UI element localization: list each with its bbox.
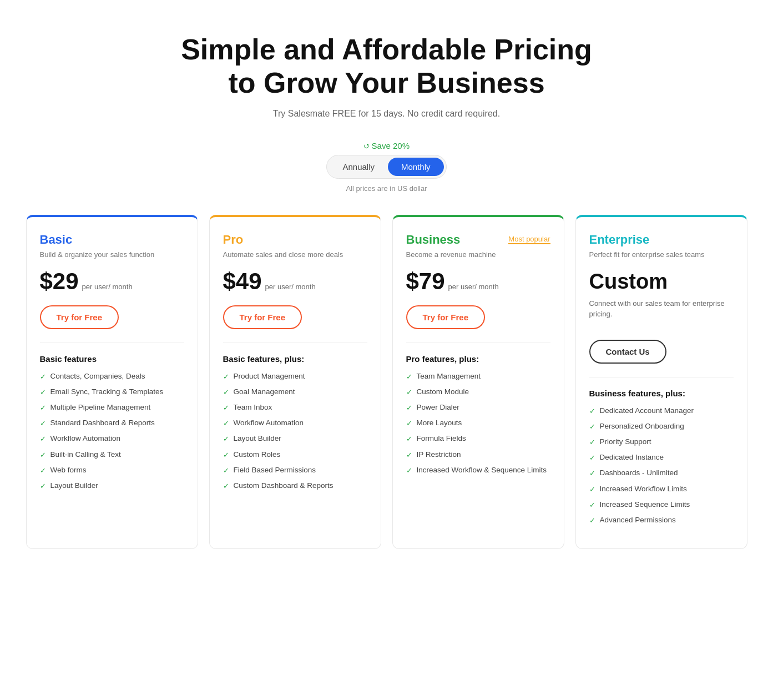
feature-item: ✓ Team Management <box>406 371 550 382</box>
feature-item: ✓ Advanced Permissions <box>589 515 734 526</box>
feature-item: ✓ Custom Module <box>406 387 550 397</box>
pricing-plans: Basic Build & organize your sales functi… <box>26 215 747 550</box>
plan-tagline: Become a revenue machine <box>406 250 550 259</box>
feature-item: ✓ More Layouts <box>406 418 550 429</box>
check-icon: ✓ <box>589 453 595 463</box>
cta-button-pro[interactable]: Try for Free <box>223 305 302 329</box>
billing-toggle[interactable]: Annually Monthly <box>326 155 446 179</box>
currency-note: All prices are in US dollar <box>22 184 751 193</box>
feature-list: ✓ Contacts, Companies, Deals ✓ Email Syn… <box>40 371 184 492</box>
feature-item: ✓ Workflow Automation <box>223 418 367 429</box>
feature-item: ✓ Layout Builder <box>40 481 184 491</box>
monthly-option[interactable]: Monthly <box>388 158 444 176</box>
check-icon: ✓ <box>40 450 46 460</box>
check-icon: ✓ <box>589 422 595 432</box>
feature-item: ✓ Field Based Permissions <box>223 465 367 476</box>
check-icon: ✓ <box>223 387 229 397</box>
plan-custom-desc: Connect with our sales team for enterpri… <box>589 298 734 320</box>
page-subtitle: Try Salesmate FREE for 15 days. No credi… <box>22 109 751 119</box>
feature-item: ✓ Power Dialer <box>406 402 550 413</box>
most-popular-badge: Most popular <box>508 235 550 244</box>
plan-price: $79 per user/ month <box>406 270 550 293</box>
feature-item: ✓ Custom Roles <box>223 450 367 460</box>
feature-item: ✓ Increased Sequence Limits <box>589 500 734 510</box>
check-icon: ✓ <box>40 434 46 444</box>
feature-list: ✓ Dedicated Account Manager ✓ Personaliz… <box>589 406 734 526</box>
plan-price: Custom <box>589 270 734 294</box>
feature-item: ✓ Formula Fields <box>406 434 550 444</box>
check-icon: ✓ <box>589 406 595 416</box>
plan-header-row: Business Most popular <box>406 233 550 250</box>
check-icon: ✓ <box>406 450 412 460</box>
feature-item: ✓ Dashboards - Unlimited <box>589 468 734 479</box>
feature-item: ✓ Team Inbox <box>223 402 367 413</box>
check-icon: ✓ <box>406 387 412 397</box>
plan-name: Enterprise <box>589 233 650 247</box>
feature-item: ✓ Standard Dashboard & Reports <box>40 418 184 429</box>
check-icon: ✓ <box>589 437 595 447</box>
plan-card-pro: Pro Automate sales and close more deals … <box>209 215 381 550</box>
check-icon: ✓ <box>589 485 595 495</box>
billing-toggle-section: Save 20% Annually Monthly All prices are… <box>22 141 751 193</box>
plan-tagline: Perfect fit for enterprise sales teams <box>589 250 734 259</box>
check-icon: ✓ <box>40 372 46 382</box>
check-icon: ✓ <box>40 403 46 413</box>
check-icon: ✓ <box>40 481 46 491</box>
feature-item: ✓ Email Sync, Tracking & Templates <box>40 387 184 397</box>
feature-item: ✓ Personalized Onboarding <box>589 421 734 432</box>
feature-item: ✓ Dedicated Instance <box>589 452 734 463</box>
feature-item: ✓ Increased Workflow & Sequence Limits <box>406 465 550 476</box>
features-title: Basic features, plus: <box>223 354 367 364</box>
check-icon: ✓ <box>223 450 229 460</box>
features-title: Basic features <box>40 354 184 364</box>
check-icon: ✓ <box>40 387 46 397</box>
plan-header-row: Enterprise <box>589 233 734 250</box>
feature-item: ✓ Dedicated Account Manager <box>589 406 734 416</box>
check-icon: ✓ <box>223 434 229 444</box>
plan-card-business: Business Most popular Become a revenue m… <box>392 215 564 550</box>
divider <box>223 343 367 343</box>
check-icon: ✓ <box>223 481 229 491</box>
check-icon: ✓ <box>406 466 412 476</box>
feature-item: ✓ Web forms <box>40 465 184 476</box>
check-icon: ✓ <box>223 372 229 382</box>
check-icon: ✓ <box>223 419 229 429</box>
features-title: Business features, plus: <box>589 389 734 398</box>
feature-item: ✓ IP Restriction <box>406 450 550 460</box>
check-icon: ✓ <box>223 403 229 413</box>
feature-item: ✓ Multiple Pipeline Management <box>40 402 184 413</box>
save-badge: Save 20% <box>363 141 410 150</box>
feature-item: ✓ Custom Dashboard & Reports <box>223 481 367 491</box>
feature-item: ✓ Workflow Automation <box>40 434 184 444</box>
plan-card-enterprise: Enterprise Perfect fit for enterprise sa… <box>575 215 747 550</box>
check-icon: ✓ <box>223 466 229 476</box>
feature-item: ✓ Increased Workflow Limits <box>589 484 734 495</box>
check-icon: ✓ <box>406 372 412 382</box>
page-header: Simple and Affordable Pricing to Grow Yo… <box>22 33 751 119</box>
feature-item: ✓ Product Management <box>223 371 367 382</box>
plan-tagline: Automate sales and close more deals <box>223 250 367 259</box>
check-icon: ✓ <box>589 516 595 526</box>
annually-option[interactable]: Annually <box>329 158 388 176</box>
check-icon: ✓ <box>40 419 46 429</box>
feature-item: ✓ Goal Management <box>223 387 367 397</box>
divider <box>40 343 184 343</box>
plan-header-row: Pro <box>223 233 367 250</box>
check-icon: ✓ <box>589 500 595 510</box>
features-title: Pro features, plus: <box>406 354 550 364</box>
plan-name: Business <box>406 233 461 247</box>
feature-item: ✓ Contacts, Companies, Deals <box>40 371 184 382</box>
plan-card-basic: Basic Build & organize your sales functi… <box>26 215 198 550</box>
cta-button-enterprise[interactable]: Contact Us <box>589 340 666 364</box>
cta-button-basic[interactable]: Try for Free <box>40 305 119 329</box>
plan-price: $49 per user/ month <box>223 270 367 293</box>
check-icon: ✓ <box>406 403 412 413</box>
feature-item: ✓ Layout Builder <box>223 434 367 444</box>
page-title: Simple and Affordable Pricing to Grow Yo… <box>22 33 751 100</box>
check-icon: ✓ <box>589 469 595 479</box>
feature-item: ✓ Priority Support <box>589 437 734 447</box>
plan-price: $29 per user/ month <box>40 270 184 293</box>
cta-button-business[interactable]: Try for Free <box>406 305 486 329</box>
plan-name: Pro <box>223 233 244 247</box>
plan-tagline: Build & organize your sales function <box>40 250 184 259</box>
